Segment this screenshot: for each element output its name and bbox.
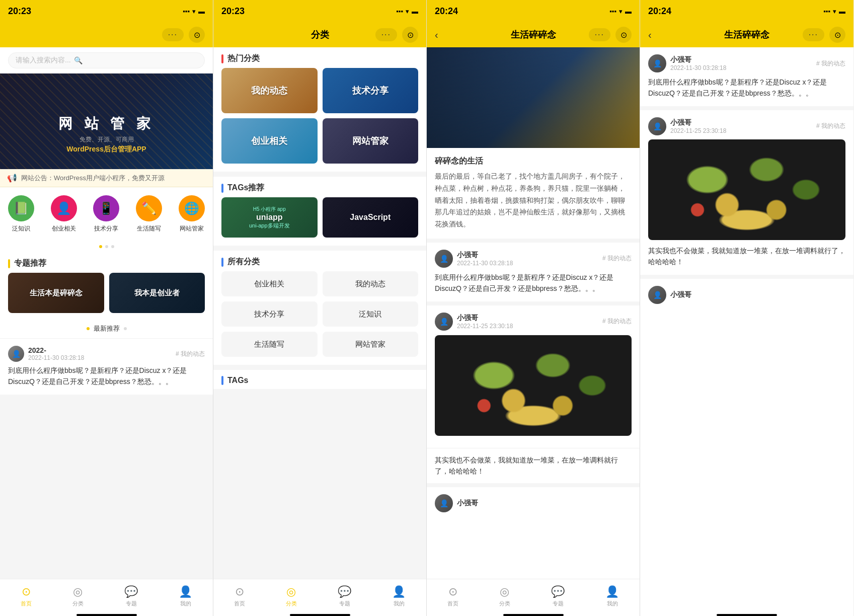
panel4-author-block-3: 小强哥 (670, 290, 691, 299)
nav-scan-icon-1[interactable]: ⊙ (189, 27, 205, 43)
battery-icon-3: ▬ (625, 8, 632, 15)
panel4-author-1: 小强哥 (670, 55, 726, 64)
tab-home-label-1: 首页 (21, 600, 32, 607)
status-bar-1: 20:23 ▪▪▪ ▾ ▬ (0, 0, 213, 22)
detail-post-4[interactable]: 👤 小强哥 (427, 483, 640, 523)
nav-dots-1[interactable]: ··· (162, 28, 184, 41)
panel4-post-1[interactable]: 👤 小强哥 2022-11-30 03:28:18 # 我的动态 到底用什么程序… (640, 47, 853, 106)
section-accent-all (221, 258, 223, 267)
tag-card-0[interactable]: H5 小程序 app uniapp uni-app多端开发 (221, 197, 318, 238)
battery-icon-4: ▬ (839, 8, 845, 15)
tags-grid: H5 小程序 app uniapp uni-app多端开发 JavaScript (213, 197, 426, 246)
tab-mine-icon-3: 👤 (605, 585, 619, 598)
hot-cat-card-0[interactable]: 我的动态 (221, 68, 318, 113)
article-tag-1: # 我的动态 (176, 350, 205, 358)
nav-dots-4[interactable]: ··· (803, 28, 824, 41)
all-categories-header: 所有分类 (213, 251, 426, 271)
nav-scan-icon-3[interactable]: ⊙ (615, 27, 632, 43)
status-time-4: 20:24 (648, 6, 671, 17)
back-button-4[interactable]: ‹ (648, 29, 652, 41)
cat-item-4[interactable]: 🌐 网站管家 (175, 195, 209, 233)
detail-post-text-3: 其实我也不会做菜，我就知道放一堆菜，在放一堆调料就行了，哈哈哈哈！ (435, 454, 632, 477)
tab-category-1[interactable]: ◎ 分类 (72, 585, 84, 607)
status-icons-4: ▪▪▪ ▾ ▬ (823, 8, 845, 15)
detail-post-author-2: 小强哥 (457, 314, 513, 323)
tab-home-2[interactable]: ⊙ 首页 (234, 585, 245, 607)
detail-heading: 碎碎念的生活 (435, 156, 632, 167)
tab-mine-icon-2: 👤 (392, 585, 406, 598)
tab-topic-icon-1: 💬 (124, 585, 138, 598)
featured-card-0[interactable]: 生活本是碎碎念 (8, 273, 104, 313)
cat-item-2[interactable]: 📱 技术分享 (89, 195, 123, 233)
hot-categories-section: 热门分类 我的动态 技术分享 创业相关 网站管家 (213, 47, 426, 172)
tags-recommend-header: TAGs推荐 (213, 177, 426, 197)
notice-icon: 📢 (7, 173, 17, 183)
panel4-author-3: 小强哥 (670, 290, 691, 299)
panel4-post-meta-2: 👤 小强哥 2022-11-25 23:30:18 # 我的动态 (648, 117, 845, 135)
nav-dots-3[interactable]: ··· (589, 28, 610, 41)
tab-topic-3[interactable]: 💬 专题 (551, 585, 565, 607)
cat-item-0[interactable]: 📗 泛知识 (4, 195, 38, 233)
hot-cat-card-2[interactable]: 创业相关 (221, 118, 318, 164)
all-cat-3[interactable]: 泛知识 (323, 301, 419, 327)
tab-topic-2[interactable]: 💬 专题 (338, 585, 351, 607)
tab-category-3[interactable]: ◎ 分类 (499, 585, 510, 607)
battery-icon-2: ▬ (412, 8, 418, 15)
tab-category-2[interactable]: ◎ 分类 (286, 585, 297, 607)
status-icons-2: ▪▪▪ ▾ ▬ (396, 8, 418, 15)
hot-cat-label-2: 创业相关 (251, 135, 287, 147)
detail-post-1[interactable]: 👤 小强哥 2022-11-30 03:28:18 # 我的动态 到底用什么程序… (427, 239, 640, 301)
hot-cat-label-1: 技术分享 (352, 85, 389, 97)
panel4-tag-2: # 我的动态 (816, 122, 845, 130)
tag-card-1[interactable]: JavaScript (323, 197, 419, 238)
category-row: 📗 泛知识 👤 创业相关 📱 技术分享 ✏️ 生活随写 🌐 网站管家 (0, 187, 213, 241)
nav-bar-3: ‹ 生活碎碎念 ··· ⊙ (427, 22, 640, 47)
panel4-post-3[interactable]: 👤 小强哥 (640, 275, 853, 315)
nav-scan-icon-4[interactable]: ⊙ (829, 27, 845, 43)
status-time-2: 20:23 (221, 6, 245, 17)
tab-topic-1[interactable]: 💬 专题 (124, 585, 138, 607)
panel4-food-image (648, 139, 845, 240)
tab-home-1[interactable]: ⊙ 首页 (21, 585, 32, 607)
tab-mine-1[interactable]: 👤 我的 (179, 585, 192, 607)
article-date-1: 2022-11-30 03:28:18 (28, 354, 84, 361)
all-cat-4[interactable]: 生活随写 (221, 332, 318, 357)
detail-post-meta-4: 👤 小强哥 (435, 494, 632, 512)
all-cat-2[interactable]: 技术分享 (221, 301, 318, 327)
tab-home-3[interactable]: ⊙ 首页 (447, 585, 458, 607)
article-item-1[interactable]: 👤 2022- 2022-11-30 03:28:18 # 我的动态 到底用什么… (0, 338, 213, 395)
cat-item-1[interactable]: 👤 创业相关 (47, 195, 81, 233)
tags-section-header: TAGs (213, 370, 426, 389)
tab-topic-icon-2: 💬 (338, 585, 351, 598)
nav-dots-2[interactable]: ··· (375, 28, 397, 41)
food-visual (435, 335, 632, 436)
all-cat-1[interactable]: 我的动态 (323, 271, 419, 296)
bottom-indicator-2 (290, 614, 350, 616)
panel4-date-1: 2022-11-30 03:28:18 (670, 64, 726, 71)
tags-section: TAGs (213, 370, 426, 389)
all-categories-title: 所有分类 (227, 257, 260, 267)
search-input-wrap[interactable]: 请输入搜索内容... 🔍 (8, 52, 205, 68)
all-cat-5[interactable]: 网站管家 (323, 332, 419, 357)
panel4-post-2[interactable]: 👤 小强哥 2022-11-25 23:30:18 # 我的动态 其实我也不会做… (640, 106, 853, 275)
detail-post-2[interactable]: 👤 小强哥 2022-11-25 23:30:18 # 我的动态 (427, 301, 640, 448)
cat-item-3[interactable]: ✏️ 生活随写 (132, 195, 166, 233)
newest-row: 最新推荐 (0, 321, 213, 338)
detail-post-date-1: 2022-11-30 03:28:18 (457, 260, 513, 267)
tab-category-icon-1: ◎ (73, 585, 83, 598)
hero-banner: 网 站 管 家 免费、开源、可商用 WordPress后台管理APP (0, 73, 213, 169)
featured-card-1[interactable]: 我本是创业者 (109, 273, 205, 313)
search-placeholder: 请输入搜索内容... (16, 56, 71, 65)
back-button[interactable]: ‹ (435, 29, 438, 41)
featured-header: 专题推荐 (0, 252, 213, 273)
panel-home: 20:23 ▪▪▪ ▾ ▬ ··· ⊙ 请输入搜索内容... 🔍 网 站 管 家… (0, 0, 213, 616)
all-cat-0[interactable]: 创业相关 (221, 271, 318, 296)
all-cat-label-2: 技术分享 (254, 310, 284, 319)
panel-categories: 20:23 ▪▪▪ ▾ ▬ 分类 ··· ⊙ 热门分类 我的动态 (213, 0, 427, 616)
tab-mine-3[interactable]: 👤 我的 (605, 585, 619, 607)
hot-cat-card-1[interactable]: 技术分享 (323, 68, 419, 113)
detail-post-date-2: 2022-11-25 23:30:18 (457, 323, 513, 330)
hot-cat-card-3[interactable]: 网站管家 (323, 118, 419, 164)
tab-mine-2[interactable]: 👤 我的 (392, 585, 406, 607)
nav-scan-icon-2[interactable]: ⊙ (402, 27, 418, 43)
